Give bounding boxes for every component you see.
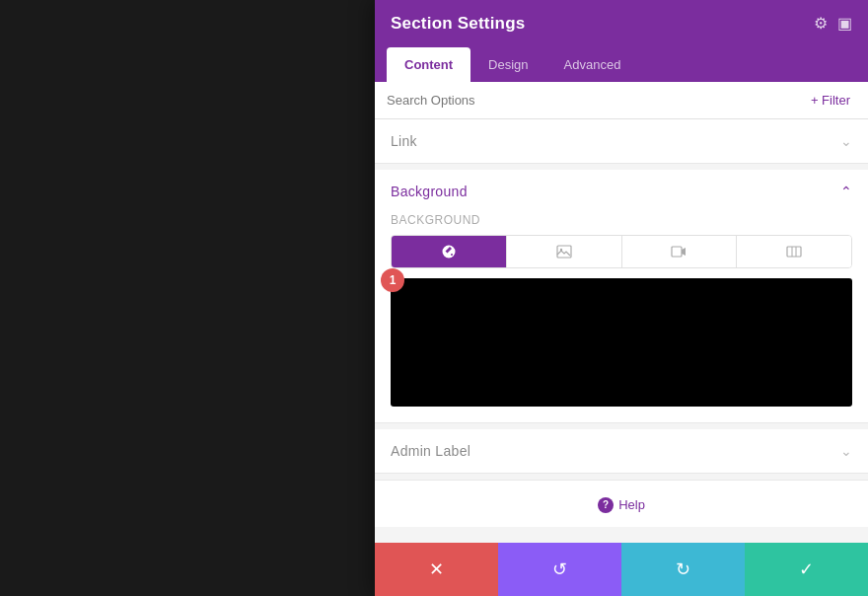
video-icon [671,244,687,260]
admin-label-chevron-icon: ⌄ [840,443,852,459]
link-chevron-icon: ⌄ [840,133,852,149]
badge-1: 1 [381,268,404,292]
background-section: Background ⌃ Background [375,170,868,423]
admin-label-header[interactable]: Admin Label ⌄ [375,429,868,473]
background-section-title: Background [391,184,468,199]
background-chevron-icon: ⌃ [840,184,852,199]
panel-content: Link ⌄ Background ⌃ Background [375,119,868,543]
bg-tab-image[interactable] [507,236,622,267]
settings-icon[interactable]: ⚙ [814,16,828,32]
layout-icon[interactable]: ▣ [837,16,852,32]
cancel-button[interactable]: ✕ [375,543,498,596]
tabs-bar: Content Design Advanced [375,47,868,82]
filter-button[interactable]: + Filter [805,90,856,111]
tab-content[interactable]: Content [387,47,470,82]
help-button[interactable]: ? Help [598,497,645,513]
color-fill-icon [441,244,457,260]
svg-rect-3 [787,247,801,257]
tab-advanced[interactable]: Advanced [546,47,639,82]
redo-button[interactable]: ↻ [621,543,745,596]
bg-color-preview[interactable] [391,278,852,407]
help-circle-icon: ? [598,497,614,513]
tab-design[interactable]: Design [470,47,545,82]
help-bar: ? Help [375,480,868,527]
svg-rect-0 [557,246,571,258]
bg-type-tabs [391,235,852,268]
panel-title: Section Settings [391,14,525,34]
bg-preview-wrapper: 1 [391,278,852,407]
search-bar: + Filter [375,82,868,119]
panel-header: Section Settings ⚙ ▣ [375,0,868,47]
admin-label-title: Admin Label [391,443,470,459]
slide-icon [786,244,802,260]
admin-label-section: Admin Label ⌄ [375,429,868,474]
link-section-title: Link [391,133,417,149]
bg-tab-slide[interactable] [737,236,851,267]
save-button[interactable]: ✓ [745,543,868,596]
bg-tab-color[interactable] [392,236,507,267]
footer-buttons: ✕ ↺ ↻ ✓ [375,543,868,596]
search-input[interactable] [387,93,805,108]
reset-button[interactable]: ↺ [498,543,621,596]
image-icon [556,244,572,260]
link-section: Link ⌄ [375,119,868,164]
background-section-body: Background [375,213,868,422]
header-icons: ⚙ ▣ [814,16,852,32]
bg-tab-video[interactable] [622,236,738,267]
bg-field-label: Background [391,213,852,227]
link-section-header[interactable]: Link ⌄ [375,119,868,163]
svg-rect-2 [672,247,682,257]
background-section-header[interactable]: Background ⌃ [375,170,868,213]
section-settings-panel: Section Settings ⚙ ▣ Content Design Adva… [375,0,868,596]
